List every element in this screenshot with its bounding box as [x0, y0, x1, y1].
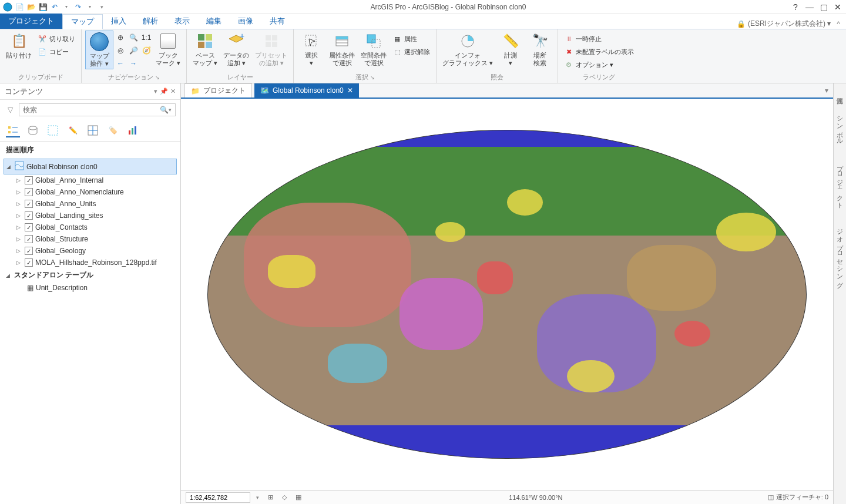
tab-map[interactable]: マップ: [62, 14, 103, 29]
expand-icon[interactable]: ▷: [16, 248, 22, 254]
layer-item[interactable]: ▷✓MOLA_Hillshade_Robinson_128ppd.tif: [4, 257, 177, 268]
tab-insert[interactable]: 挿入: [103, 14, 135, 29]
search-input[interactable]: [23, 106, 160, 114]
bookmarks-button[interactable]: ブック マーク ▾: [153, 31, 183, 68]
collapse-icon[interactable]: ◢: [6, 273, 12, 278]
expand-icon[interactable]: ▷: [16, 189, 22, 195]
standalone-tables-header[interactable]: ◢ スタンドアロン テーブル: [4, 268, 177, 282]
dock-tab-geoprocessing[interactable]: ジオプロセシング: [834, 221, 845, 288]
copy-button[interactable]: 📄コピー: [35, 46, 78, 58]
locate-button[interactable]: 🔭 場所 検索: [526, 31, 554, 68]
pause-labels-button[interactable]: ⏸一時停止: [562, 33, 636, 45]
measure-button[interactable]: 📏 計測 ▾: [496, 31, 525, 68]
visibility-checkbox[interactable]: ✓: [25, 211, 33, 220]
contents-search[interactable]: 🔍 ▾: [19, 103, 176, 116]
dock-tab-project[interactable]: プロジェクト: [834, 157, 845, 209]
expand-icon[interactable]: ▷: [16, 236, 22, 242]
expand-icon[interactable]: ▷: [16, 201, 22, 207]
list-datasource-icon[interactable]: [26, 123, 40, 137]
minimize-icon[interactable]: —: [804, 1, 815, 13]
full-extent-icon[interactable]: ⊕: [115, 32, 126, 43]
select-button[interactable]: 選択 ▾: [297, 31, 325, 68]
redo-icon[interactable]: ↷: [73, 2, 83, 12]
pane-pin-icon[interactable]: 📌: [160, 88, 168, 95]
layer-item[interactable]: ▷✓Global_Anno_Internal: [4, 174, 177, 186]
filter-icon[interactable]: ▽: [5, 105, 15, 115]
expand-icon[interactable]: ▷: [16, 213, 22, 219]
select-by-attr-button[interactable]: 属性条件 で選択: [327, 31, 357, 68]
dialog-launcher-icon[interactable]: ↘: [370, 75, 375, 80]
layer-item[interactable]: ▷✓Global_Anno_Units: [4, 198, 177, 210]
layer-item[interactable]: ▷✓Global_Landing_sites: [4, 210, 177, 221]
maximize-icon[interactable]: ▢: [818, 1, 830, 13]
collapse-icon[interactable]: ◢: [6, 164, 12, 170]
close-tab-icon[interactable]: ✕: [347, 86, 353, 95]
cut-button[interactable]: ✂️切り取り: [35, 33, 78, 45]
undo-icon[interactable]: ↶: [49, 2, 60, 12]
tab-file[interactable]: プロジェクト: [0, 14, 62, 29]
visibility-checkbox[interactable]: ✓: [25, 176, 33, 184]
sign-in[interactable]: 🔒 (ESRIジャパン株式会社) ▾ ^: [737, 19, 846, 29]
expand-icon[interactable]: ▷: [16, 224, 22, 230]
tab-imagery[interactable]: 画像: [230, 14, 261, 29]
coordinates-display[interactable]: 114.61°W 90.00°N: [310, 494, 762, 501]
tab-edit[interactable]: 編集: [198, 14, 230, 29]
tab-view[interactable]: 表示: [166, 14, 198, 29]
view-tab-map[interactable]: 🗺️ Global Robinson clon0 ✕: [254, 83, 359, 98]
list-snapping-icon[interactable]: [86, 123, 100, 137]
view-tab-menu-icon[interactable]: ▾: [825, 86, 833, 95]
new-project-icon[interactable]: 📄: [14, 2, 25, 12]
visibility-checkbox[interactable]: ✓: [25, 235, 33, 243]
redo-dropdown-icon[interactable]: ▾: [85, 2, 95, 12]
pane-close-icon[interactable]: ✕: [170, 88, 176, 95]
paste-button[interactable]: 📋 貼り付け: [4, 31, 34, 61]
visibility-checkbox[interactable]: ✓: [25, 223, 33, 231]
tab-share[interactable]: 共有: [261, 14, 293, 29]
tab-analysis[interactable]: 解析: [135, 14, 166, 29]
list-selection-icon[interactable]: [46, 123, 60, 137]
visibility-checkbox[interactable]: ✓: [25, 258, 33, 267]
scale-input[interactable]: [186, 492, 250, 503]
dialog-launcher-icon[interactable]: ↘: [155, 75, 160, 80]
pane-options-icon[interactable]: ▾: [154, 88, 157, 95]
attributes-button[interactable]: ▦属性: [390, 33, 432, 45]
list-charts-icon[interactable]: [126, 123, 140, 137]
expand-icon[interactable]: ▷: [16, 177, 22, 183]
layer-item[interactable]: ▷✓Global_Geology: [4, 245, 177, 257]
view-tab-project[interactable]: 📁 プロジェクト: [184, 83, 252, 98]
layer-item[interactable]: ▷✓Global_Structure: [4, 233, 177, 245]
compass-icon[interactable]: 🧭: [140, 45, 152, 56]
infographics-button[interactable]: インフォ グラフィックス ▾: [440, 31, 495, 68]
dock-tab-symbology[interactable]: シンボル: [834, 108, 845, 145]
zoom-1-1-icon[interactable]: 1:1: [140, 32, 152, 43]
expand-icon[interactable]: ▷: [16, 260, 22, 266]
dock-tab-attributes[interactable]: 属性: [834, 89, 845, 96]
clear-selection-button[interactable]: ⬚選択解除: [390, 46, 432, 58]
select-by-loc-button[interactable]: 空間条件 で選択: [358, 31, 389, 68]
close-icon[interactable]: ✕: [832, 1, 844, 13]
selected-features[interactable]: ◫ 選択フィーチャ: 0: [768, 493, 828, 502]
search-icon[interactable]: 🔍: [160, 106, 169, 114]
add-preset-button[interactable]: プリセット の追加 ▾: [253, 31, 290, 68]
qat-customize-icon[interactable]: ▾: [96, 2, 107, 12]
list-labeling-icon[interactable]: 🏷️: [106, 123, 120, 137]
visibility-checkbox[interactable]: ✓: [25, 188, 33, 196]
visibility-checkbox[interactable]: ✓: [25, 200, 33, 208]
scale-dropdown-icon[interactable]: ▾: [256, 495, 259, 500]
layer-item[interactable]: ▷✓Global_Anno_Nomenclature: [4, 186, 177, 198]
label-options-button[interactable]: ⚙オプション ▾: [562, 59, 636, 70]
explore-button[interactable]: マップ 操作 ▾: [85, 31, 113, 69]
unplaced-labels-button[interactable]: ✖未配置ラベルの表示: [562, 46, 636, 58]
help-icon[interactable]: ?: [790, 1, 801, 13]
search-dropdown-icon[interactable]: ▾: [169, 107, 172, 113]
snap-icon[interactable]: ◇: [279, 492, 290, 503]
layer-item[interactable]: ▷✓Global_Contacts: [4, 221, 177, 233]
add-data-button[interactable]: + データの 追加 ▾: [221, 31, 251, 68]
collapse-ribbon-icon[interactable]: ^: [837, 20, 840, 28]
constraints-icon[interactable]: ▦: [293, 492, 304, 503]
fixed-zoom-out-icon[interactable]: 🔎: [127, 45, 139, 56]
map-canvas[interactable]: [181, 99, 833, 490]
visibility-checkbox[interactable]: ✓: [25, 247, 33, 255]
undo-dropdown-icon[interactable]: ▾: [61, 2, 72, 12]
open-project-icon[interactable]: 📂: [26, 2, 36, 12]
